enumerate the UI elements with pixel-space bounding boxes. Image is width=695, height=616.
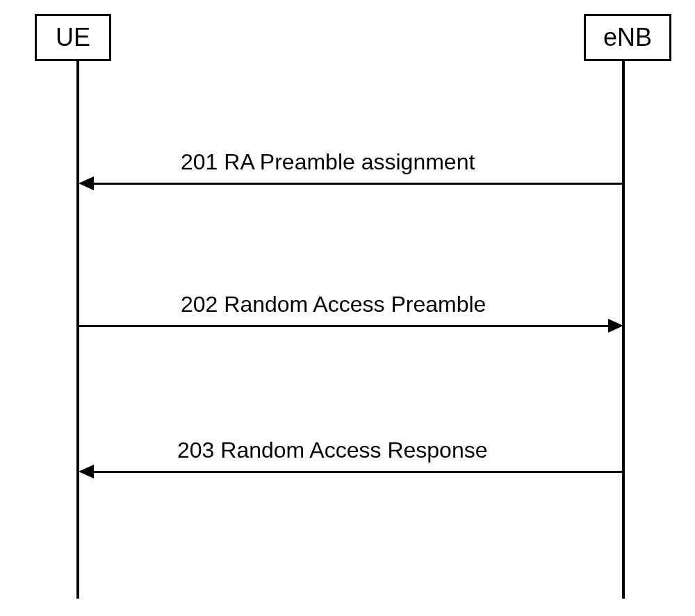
message-label-3: 203 Random Access Response xyxy=(177,438,487,463)
arrow-head-2 xyxy=(608,319,623,333)
message-arrow-1 xyxy=(83,183,624,185)
actor-box-ue: UE xyxy=(35,14,111,61)
actor-label-ue: UE xyxy=(56,23,90,51)
message-arrow-2 xyxy=(79,325,620,327)
message-label-1: 201 RA Preamble assignment xyxy=(181,149,475,175)
actor-box-enb: eNB xyxy=(584,14,671,61)
actor-label-enb: eNB xyxy=(603,23,652,51)
arrow-head-1 xyxy=(79,176,94,190)
lifeline-ue xyxy=(76,60,79,599)
arrow-head-3 xyxy=(79,465,94,478)
message-label-2: 202 Random Access Preamble xyxy=(181,292,486,317)
message-arrow-3 xyxy=(83,471,624,473)
